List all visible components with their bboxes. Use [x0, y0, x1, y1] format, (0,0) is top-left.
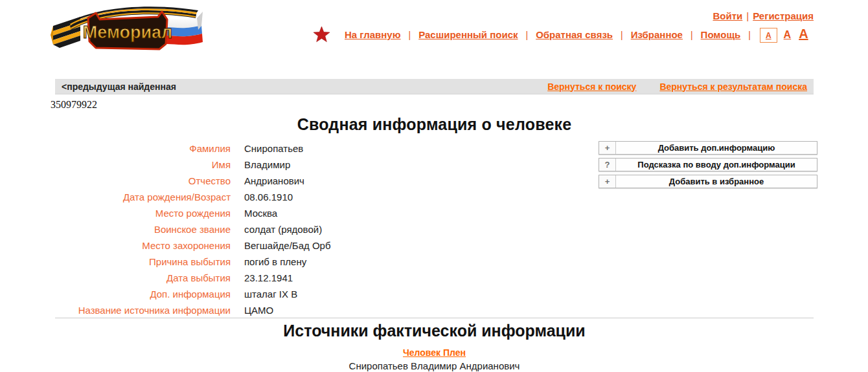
- font-size-small-button[interactable]: A: [760, 28, 777, 43]
- nav-separator: |: [404, 30, 417, 40]
- field-label: Дата выбытия: [55, 272, 231, 283]
- nav-separator: |: [615, 30, 628, 40]
- record-id: 350979922: [51, 99, 97, 111]
- field-value: 23.12.1941: [244, 272, 293, 283]
- field-row-extra-info: Доп. информация шталаг IX B: [55, 286, 560, 302]
- field-label: Место рождения: [55, 208, 231, 219]
- action-label: Подсказка по вводу доп.информации: [616, 159, 817, 171]
- sources-section-title: Источники фактической информации: [55, 322, 814, 340]
- memorial-logo-icon: Мемориал: [51, 4, 203, 54]
- nav-help-link[interactable]: Помощь: [701, 29, 741, 40]
- field-label: Воинское звание: [55, 224, 231, 235]
- field-value: ЦАМО: [244, 305, 273, 316]
- nav-separator: |: [521, 30, 534, 40]
- field-label: Место захоронения: [55, 240, 231, 251]
- back-to-results-link[interactable]: Вернуться к результатам поиска: [659, 82, 807, 92]
- star-icon: [313, 26, 330, 43]
- font-size-medium-button[interactable]: A: [784, 30, 792, 40]
- field-label: Имя: [55, 159, 231, 170]
- previous-found-link[interactable]: <предыдущая найденная: [62, 82, 176, 92]
- register-link[interactable]: Регистрация: [753, 10, 814, 21]
- field-value: Владимир: [244, 159, 290, 170]
- field-row-loss-date: Дата выбытия 23.12.1941: [55, 270, 560, 286]
- field-label: Название источника информации: [55, 305, 231, 316]
- main-nav: На главную | Расширенный поиск | Обратна…: [313, 26, 808, 43]
- back-to-search-link[interactable]: Вернуться к поиску: [547, 82, 636, 92]
- field-value: Вегшайде/Бад Орб: [244, 240, 331, 251]
- field-label: Доп. информация: [55, 289, 231, 300]
- field-label: Причина выбытия: [55, 256, 231, 267]
- action-label: Добавить в избранное: [616, 175, 817, 188]
- plus-icon: +: [599, 142, 616, 154]
- field-label: Фамилия: [55, 143, 231, 154]
- nav-advanced-search-link[interactable]: Расширенный поиск: [418, 29, 518, 40]
- font-size-controls: A A A: [760, 27, 808, 43]
- plus-icon: +: [599, 175, 616, 188]
- field-row-patronymic: Отчество Андрианович: [55, 173, 560, 189]
- memorial-logo[interactable]: Мемориал: [51, 4, 203, 57]
- extra-info-hint-button[interactable]: ? Подсказка по вводу доп.информации: [599, 158, 817, 171]
- field-row-burial-place: Место захоронения Вегшайде/Бад Орб: [55, 237, 560, 254]
- page-title: Сводная информация о человеке: [55, 115, 814, 134]
- field-row-birthdate: Дата рождения/Возраст 08.06.1910: [55, 189, 560, 205]
- field-value: 08.06.1910: [244, 191, 293, 202]
- nav-home-link[interactable]: На главную: [345, 29, 401, 40]
- person-fields: Фамилия Сниропатьев Имя Владимир Отчеств…: [55, 140, 560, 318]
- add-extra-info-button[interactable]: + Добавить доп.информацию: [599, 141, 817, 155]
- field-row-loss-reason: Причина выбытия погиб в плену: [55, 254, 560, 270]
- action-label: Добавить доп.информацию: [616, 142, 817, 154]
- nav-separator: |: [743, 30, 756, 40]
- field-row-source-name: Название источника информации ЦАМО: [55, 302, 560, 318]
- field-row-firstname: Имя Владимир: [55, 157, 560, 173]
- auth-links: Войти|Регистрация: [713, 10, 814, 21]
- logo-plaque: Мемориал: [83, 12, 173, 49]
- field-value: Москва: [244, 208, 277, 219]
- source-link-wrap: Человек Плен: [55, 347, 814, 358]
- login-link[interactable]: Войти: [713, 10, 742, 21]
- field-label: Дата рождения/Возраст: [55, 191, 231, 202]
- nav-feedback-link[interactable]: Обратная связь: [536, 29, 613, 40]
- font-size-large-button[interactable]: A: [799, 27, 808, 40]
- auth-separator: |: [742, 10, 753, 21]
- source-person-name: Сниропатьев Владимир Андрианович: [55, 360, 814, 371]
- svg-text:Мемориал: Мемориал: [83, 23, 173, 42]
- page: Мемориал Войти|Регистрация На главную | …: [0, 0, 868, 372]
- source-person-pow-link[interactable]: Человек Плен: [403, 347, 466, 358]
- field-value: погиб в плену: [244, 256, 306, 267]
- field-row-birthplace: Место рождения Москва: [55, 205, 560, 221]
- field-value: Андрианович: [244, 175, 304, 186]
- nav-favorites-link[interactable]: Избранное: [631, 29, 683, 40]
- results-toolbar: <предыдущая найденная Вернуться к поиску…: [55, 79, 814, 94]
- field-row-rank: Воинское звание солдат (рядовой): [55, 221, 560, 237]
- field-value: шталаг IX B: [244, 289, 297, 300]
- question-icon: ?: [599, 159, 616, 171]
- field-row-surname: Фамилия Сниропатьев: [55, 140, 560, 157]
- field-value: Сниропатьев: [244, 143, 303, 154]
- field-value: солдат (рядовой): [244, 224, 322, 235]
- field-label: Отчество: [55, 175, 231, 186]
- record-actions: + Добавить доп.информацию ? Подсказка по…: [599, 141, 817, 191]
- toolbar-right-links: Вернуться к поиску Вернуться к результат…: [547, 82, 807, 92]
- nav-separator: |: [685, 30, 698, 40]
- add-to-favorites-button[interactable]: + Добавить в избранное: [599, 175, 817, 188]
- section-divider: [55, 318, 814, 318]
